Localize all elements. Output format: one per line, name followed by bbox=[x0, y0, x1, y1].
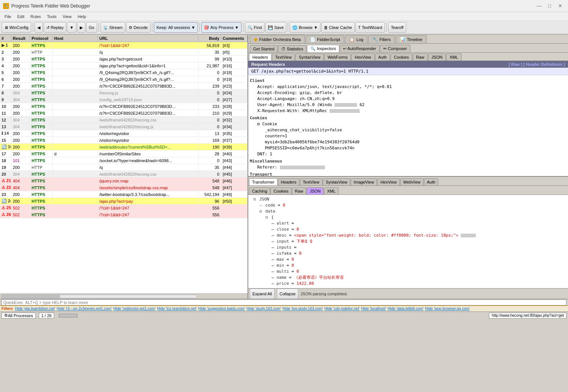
tab-fiddler-orchestra[interactable]: ◆ Fiddler Orchestra Beta bbox=[250, 35, 305, 43]
table-row[interactable]: 20 304 HTTPS /web/iframe042802/hecong.cs… bbox=[0, 171, 248, 178]
col-header-result[interactable]: Result bbox=[11, 36, 30, 41]
table-row[interactable]: ⚠ 25 502 HTTPS /?cid=1&tid=247 556 bbox=[0, 205, 248, 211]
table-row[interactable]: 23 200 HTTPS /twitter-bootstrap/3.3.7/cs… bbox=[0, 191, 248, 198]
table-row[interactable]: 4 200 HTTPS /ajax.php?act=gettool&cid=1&… bbox=[0, 62, 248, 69]
menu-help[interactable]: Help bbox=[74, 12, 89, 21]
table-row[interactable]: 3 200 HTTPS /ajax.php?act=getcount 99 [#… bbox=[0, 56, 248, 62]
col-header-body[interactable]: Body bbox=[199, 36, 221, 41]
req-tab-syntaxview[interactable]: SyntaxView bbox=[295, 53, 323, 61]
tab-get-started[interactable]: Get Started bbox=[250, 45, 278, 52]
minimize-button[interactable]: — bbox=[534, 1, 544, 11]
keep-sessions-button[interactable]: Keep: All sessions ▼ bbox=[154, 22, 198, 33]
session-horizontal-scrollbar[interactable] bbox=[0, 293, 248, 299]
tab-statistics[interactable]: ⏱ Statistics bbox=[278, 45, 307, 52]
req-tab-auth[interactable]: Auth bbox=[375, 53, 390, 61]
table-row[interactable]: 18 101 HTTPS /socket.io/?type=realtime&h… bbox=[0, 157, 248, 164]
menu-edit[interactable]: Edit bbox=[14, 12, 27, 21]
resp-tab-transformer[interactable]: Transformer bbox=[249, 178, 278, 185]
table-row[interactable]: 🔄 24 200 HTTPS /ajax.php?act=pay 96 [#50… bbox=[0, 198, 248, 205]
table-row[interactable]: 6 200 HTTPS /9_Q4simg2RQJ8t7jm9iCKT-xh_/… bbox=[0, 76, 248, 83]
filter-cdn[interactable]: Hide 'cdn.jsdelivr.net' bbox=[325, 307, 360, 311]
quickexec-input[interactable] bbox=[2, 299, 566, 305]
menu-view[interactable]: View bbox=[60, 12, 75, 21]
expand-all-button[interactable]: Expand All bbox=[250, 289, 275, 299]
resp-subtab-json[interactable]: JSON bbox=[307, 187, 323, 194]
table-row[interactable]: ⚠ 22 404 HTTPS /assets/simple/css/bootst… bbox=[0, 184, 248, 191]
go-button[interactable]: Go bbox=[86, 22, 97, 33]
table-row[interactable]: ⚠ 21 404 HTTPS /jquery.min.map 548 [#46] bbox=[0, 178, 248, 184]
req-tab-cookies[interactable]: Cookies bbox=[390, 53, 412, 61]
menu-tools[interactable]: Tools bbox=[44, 12, 60, 21]
filter-suggestion[interactable]: Hide 'suggestion.baidu.com' bbox=[198, 307, 245, 311]
col-header-host[interactable]: Host bbox=[53, 36, 98, 41]
table-row[interactable]: 10 200 HTTPS /s?h=C9CDFB892E24512C07079B… bbox=[0, 103, 248, 110]
resp-tab-webview[interactable]: WebView bbox=[400, 178, 424, 185]
tab-log[interactable]: 📋 Log bbox=[345, 35, 367, 43]
stream-button[interactable]: 📡 Stream bbox=[100, 22, 125, 33]
menu-file[interactable]: File bbox=[2, 12, 14, 21]
table-row[interactable]: 19 200 HTTP /q 35 [#44] bbox=[0, 164, 248, 171]
table-row[interactable]: ▶ 1 200 HTTPS /?cid=1&tid=247 56,819 [#3… bbox=[0, 42, 248, 49]
resp-tab-hexview[interactable]: HexView bbox=[377, 178, 399, 185]
tab-inspectors[interactable]: 🔍 Inspectors bbox=[307, 45, 339, 52]
back-button[interactable]: ◀ bbox=[35, 22, 43, 33]
table-row[interactable]: 11 200 HTTPS /s?h=C9CDFB892E24512C07079B… bbox=[0, 110, 248, 117]
tearoff-button[interactable]: Tearoff bbox=[388, 22, 406, 33]
table-row[interactable]: 8 304 HTTPS /hecong.js 0 [#24] bbox=[0, 90, 248, 96]
table-row[interactable]: ℹ 14 200 HTTPS /visitor/regvisitor 13 [#… bbox=[0, 130, 248, 137]
header-defs-link[interactable]: [ Header Definitions ] bbox=[523, 62, 565, 67]
tab-fiddler-script[interactable]: 📄 FiddlerScript bbox=[306, 35, 345, 43]
req-tab-textview[interactable]: TextView bbox=[272, 53, 295, 61]
resp-tab-headers[interactable]: Headers bbox=[278, 178, 300, 185]
decode-button[interactable]: ⚙ Decode bbox=[126, 22, 150, 33]
any-process-button[interactable]: 🎯 Any Process ▼ bbox=[201, 22, 241, 33]
filter-tcs[interactable]: Hide 'tcs.teambition.net' bbox=[157, 307, 197, 311]
tab-filters[interactable]: 🔧 Filters bbox=[368, 35, 395, 43]
collapse-button[interactable]: Collapse bbox=[277, 289, 298, 299]
filter-localhost[interactable]: Hide 'localhost' bbox=[361, 307, 386, 311]
menu-rules[interactable]: Rules bbox=[27, 12, 44, 21]
resp-tab-imageview[interactable]: ImageView bbox=[351, 178, 377, 185]
replay-dropdown[interactable]: ▼ bbox=[67, 22, 76, 33]
resp-subtab-raw[interactable]: Raw bbox=[292, 187, 306, 194]
browse-button[interactable]: 🌐 Browse ▼ bbox=[290, 22, 320, 33]
req-tab-json[interactable]: JSON bbox=[428, 53, 446, 61]
col-header-hash[interactable]: # bbox=[0, 36, 11, 41]
filter-study[interactable]: Hide 'study.163.com' bbox=[247, 307, 281, 311]
table-row[interactable]: 12 304 HTTPS /web/iframe042802/hecong.cs… bbox=[0, 117, 248, 123]
tab-timeline[interactable]: 📊 Timeline bbox=[396, 35, 427, 43]
forward-button[interactable]: ▶ bbox=[77, 22, 85, 33]
winconfig-button[interactable]: 🖥 WinConfig bbox=[2, 22, 31, 33]
maximize-button[interactable]: □ bbox=[545, 1, 554, 11]
col-header-protocol[interactable]: Protocol bbox=[30, 36, 53, 41]
filter-bilibili[interactable]: Hide 'data.bilibili.com' bbox=[388, 307, 424, 311]
req-tab-xml[interactable]: XML bbox=[446, 53, 462, 61]
raw-link[interactable]: [ Raw ] bbox=[509, 62, 522, 67]
table-row[interactable]: 13 304 HTTPS /web/iframe042802/hecong.js… bbox=[0, 123, 248, 130]
filter-gta[interactable]: Hide 'gta.teambition.net' bbox=[15, 307, 55, 311]
find-button[interactable]: 🔍 Find bbox=[245, 22, 264, 33]
req-tab-webforms[interactable]: WebForms bbox=[324, 53, 351, 61]
replay-button[interactable]: ↺ Replay bbox=[44, 22, 66, 33]
tab-autoresponder[interactable]: ↩ AutoResponder bbox=[340, 45, 380, 52]
filter-log-study[interactable]: Hide 'log.study.163.com' bbox=[282, 307, 323, 311]
table-row[interactable]: 2 200 HTTP /q 35 [#5] bbox=[0, 49, 248, 56]
req-tab-headers[interactable]: Headers bbox=[249, 53, 272, 61]
table-row[interactable]: ⚠ 26 502 HTTPS /?cid=1&tid=247 556 bbox=[0, 211, 248, 218]
save-button[interactable]: 💾 Save bbox=[265, 22, 286, 33]
table-row[interactable]: 7 200 HTTPS /s?h=C9CDFB892E24512C07079B8… bbox=[0, 83, 248, 90]
close-button[interactable]: ✕ bbox=[555, 1, 565, 11]
resp-tab-textview[interactable]: TextView bbox=[300, 178, 322, 185]
resp-subtab-caching[interactable]: Caching bbox=[249, 187, 270, 194]
tab-composer[interactable]: ✏ Composer bbox=[380, 45, 410, 52]
col-header-comments[interactable]: Comments bbox=[221, 36, 248, 41]
table-row[interactable]: 17 200 HTTPS d /numberOfSimilarSites 28 … bbox=[0, 150, 248, 157]
table-row[interactable]: 9 304 HTTPS /config_web19719.json 0 [#27… bbox=[0, 96, 248, 103]
resp-tab-auth[interactable]: Auth bbox=[424, 178, 439, 185]
resp-subtab-xml[interactable]: XML bbox=[324, 187, 339, 194]
filter-redirector[interactable]: Hide 'redirector.gvt1.com' bbox=[113, 307, 155, 311]
filter-r3[interactable]: Hide 'r3---sn-2x3eenes.gvt1.com' bbox=[57, 307, 112, 311]
table-row[interactable]: 5 200 HTTPS /9_Q4simg2RQJ8t7jm9iCKT-xh_/… bbox=[0, 69, 248, 76]
resp-tab-syntaxview[interactable]: SyntaxView bbox=[323, 178, 350, 185]
req-tab-hexview[interactable]: HexView bbox=[351, 53, 374, 61]
